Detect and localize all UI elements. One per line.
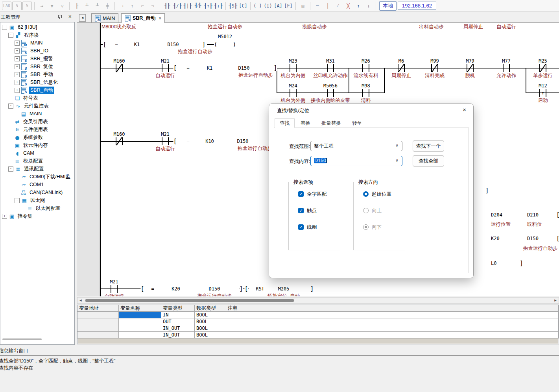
contact-parallel-no-icon[interactable]: ┨|┠ [183,1,192,11]
hline-icon[interactable]: ─ [313,1,322,11]
tree-item-[interactable]: ⇄交叉引用表 [0,118,75,126]
contact-rise-m12[interactable]: ↑ [538,89,548,97]
table-cell[interactable]: BOOL [195,312,226,318]
instruction-text[interactable]: ] [202,41,205,48]
instruction-text[interactable]: [ [103,41,106,48]
table-row[interactable]: IN_OUTBOOL [77,332,559,338]
expand-plus-icon[interactable]: + [15,80,20,85]
instruction-text[interactable]: [ [173,65,177,71]
expand-plus-icon[interactable]: + [15,48,20,54]
table-cell[interactable]: BOOL [195,332,226,338]
find-all-button[interactable]: 查找全部 [413,155,444,166]
table-cell[interactable] [226,332,559,338]
option-触点[interactable]: ✓触点 [298,207,317,214]
table-header-3[interactable]: 数据类型 [195,305,226,312]
tree-item-sbr_[interactable]: +SSBR_报警 [0,55,75,63]
instruction-text[interactable]: K20 [491,235,500,242]
tree-item-[interactable]: -▞程序块 [0,31,75,39]
line-up-icon[interactable]: ↑ [354,1,363,11]
contact-no-m21[interactable] [161,64,170,72]
tab-nav-left-icon[interactable]: ◄ [79,14,86,22]
instruction-text[interactable]: [ [244,286,248,292]
contact-rising-icon[interactable]: ┨↑┠ [203,1,213,11]
contact-no-m77[interactable] [502,64,511,72]
instruction-text[interactable]: D210 [527,212,539,218]
contact-no-m98[interactable] [361,89,371,97]
coil-counter-icon[interactable]: [C] [238,1,248,11]
ip-address-box[interactable]: 192.168.1.62 [398,2,436,10]
table-cell[interactable]: BOOL [195,318,226,325]
expand-plus-icon[interactable]: + [15,88,20,93]
contact-nc-m160[interactable] [114,137,124,145]
tree-item-[interactable]: ≣模块配置 [0,157,75,165]
table-cell[interactable] [119,312,161,318]
table-row[interactable]: OUTBOOL [77,318,559,325]
tree-item-[interactable]: -∿元件监控表 [0,102,75,110]
instruction-text[interactable]: = [151,286,154,292]
contact-no-m21[interactable] [109,285,119,293]
hscroll-thumb[interactable] [85,299,294,302]
dialog-tab-转至[interactable]: 转至 [347,118,367,128]
dialog-close-icon[interactable]: × [463,106,466,113]
tree-item-sbr_[interactable]: +SSBR_自动 [0,86,75,94]
collapse-minus-icon[interactable]: - [8,104,13,109]
checkbox-checked-icon[interactable]: ✓ [298,224,304,230]
tree-item-cam[interactable]: ◖CAM [0,149,75,157]
tab-close-icon[interactable]: × [159,16,161,21]
instruction-text[interactable]: [ [173,138,177,144]
instruction-text[interactable]: D150 [209,286,220,292]
table-cell[interactable] [77,332,119,338]
instruction-text[interactable]: ] [485,187,489,194]
direction-向下[interactable]: 向下 [363,224,382,230]
radio-selected-icon[interactable] [363,191,369,197]
expand-plus-icon[interactable]: + [15,41,20,46]
tree-item-sbr_[interactable]: +SSBR_复位 [0,63,75,70]
table-cell[interactable]: IN_OUT [161,325,195,332]
instruction-text[interactable]: ] [273,65,277,71]
instruction-text[interactable]: D150 [527,235,539,242]
instruction-text[interactable]: D150 [168,41,179,48]
instruction-text[interactable]: K1 [134,41,140,48]
instruction-text[interactable]: = [186,138,189,144]
tree-item-[interactable]: -▦以太网 [0,196,75,204]
find-next-button[interactable]: 查找下一个 [413,141,444,152]
tree-item-[interactable]: ❏符号表 [0,94,75,102]
checkbox-checked-icon[interactable]: ✓ [298,208,304,213]
vline-icon[interactable]: │ [323,1,332,11]
table-row[interactable]: IN_OUTBOOL [77,325,559,332]
tree-item-main[interactable]: ▤MAIN [0,110,75,118]
instruction-text[interactable]: M205 [278,286,290,292]
instruction-text[interactable]: ] [520,260,523,266]
panel-close-icon[interactable]: × [68,13,72,20]
contact-nc-m25[interactable] [538,64,548,72]
editor-hscrollbar[interactable]: ◄ ► [77,297,559,304]
tab-sbr_自动[interactable]: SSBR_自动× [121,13,165,23]
option-线圈[interactable]: ✓线圈 [298,224,317,230]
chevron-down-icon[interactable]: ∨ [395,143,398,148]
tree-item-[interactable]: ≋元件使用表 [0,126,75,133]
table-cell[interactable]: BOOL [195,325,226,332]
direction-向上[interactable]: 向上 [363,207,382,214]
radio-unselected-icon[interactable] [363,208,369,213]
tree-item-[interactable]: ▣软元件内存 [0,141,75,149]
contact-no-m5056[interactable] [326,89,335,97]
instruction-text[interactable]: [ [556,235,559,242]
find-range-combobox[interactable]: 整个工程 ∨ [310,141,402,151]
contact-nc-icon[interactable]: ┨/┠ [173,1,182,11]
tree-item-cancanlink[interactable]: 品CAN(CANLink) [0,189,75,196]
tree-item-[interactable]: +▣指令集 [0,212,75,220]
instruction-text[interactable]: K20 [172,286,180,292]
variable-table-hscroll[interactable] [78,338,558,344]
table-cell[interactable]: OUT [161,318,195,325]
instruction-text[interactable]: [ [140,286,144,292]
instruction-text[interactable]: ] [239,286,243,292]
instruction-text[interactable]: = [115,41,118,48]
line-down-icon[interactable]: ↓ [364,1,373,11]
contact-no-icon[interactable]: ┨┠ [162,1,172,11]
tree-item-62h3u[interactable]: -▣62 [H3U] [0,23,75,31]
local-button[interactable]: 本地 [379,1,397,11]
instruction-text[interactable]: ] [310,286,314,292]
table-header-2[interactable]: 变量类型 [161,305,195,312]
contact-falling-icon[interactable]: ┨↓┠ [214,1,223,11]
contact-no-m24[interactable] [288,89,298,97]
